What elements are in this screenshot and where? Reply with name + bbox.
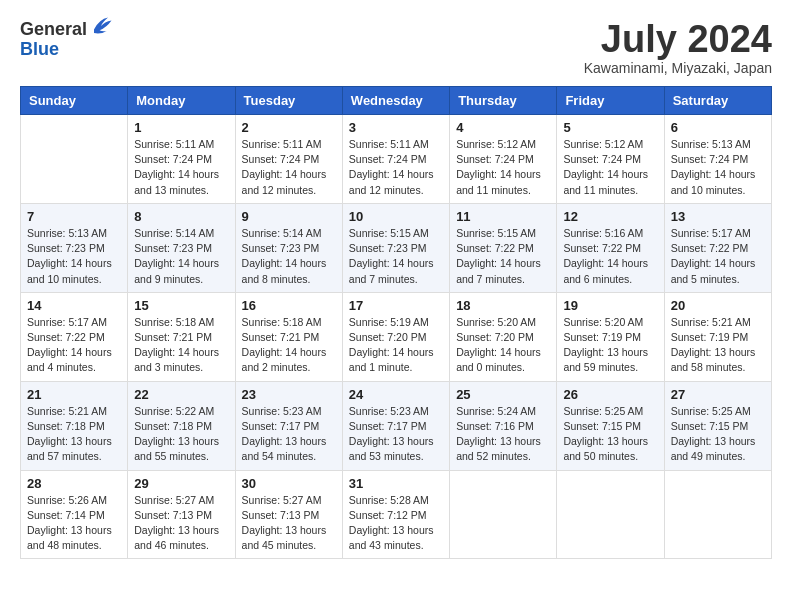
day-info: Sunrise: 5:20 AMSunset: 7:20 PMDaylight:… <box>456 315 550 376</box>
day-info: Sunrise: 5:20 AMSunset: 7:19 PMDaylight:… <box>563 315 657 376</box>
day-number: 21 <box>27 387 121 402</box>
logo: General Blue <box>20 20 87 60</box>
day-info: Sunrise: 5:23 AMSunset: 7:17 PMDaylight:… <box>349 404 443 465</box>
calendar-cell: 4Sunrise: 5:12 AMSunset: 7:24 PMDaylight… <box>450 115 557 204</box>
day-info: Sunrise: 5:27 AMSunset: 7:13 PMDaylight:… <box>242 493 336 554</box>
calendar-table: SundayMondayTuesdayWednesdayThursdayFrid… <box>20 86 772 559</box>
day-number: 18 <box>456 298 550 313</box>
logo-bird-icon <box>87 12 115 40</box>
day-info: Sunrise: 5:17 AMSunset: 7:22 PMDaylight:… <box>27 315 121 376</box>
day-number: 10 <box>349 209 443 224</box>
calendar-cell: 2Sunrise: 5:11 AMSunset: 7:24 PMDaylight… <box>235 115 342 204</box>
day-info: Sunrise: 5:27 AMSunset: 7:13 PMDaylight:… <box>134 493 228 554</box>
calendar-cell: 10Sunrise: 5:15 AMSunset: 7:23 PMDayligh… <box>342 203 449 292</box>
calendar-week-row: 14Sunrise: 5:17 AMSunset: 7:22 PMDayligh… <box>21 292 772 381</box>
calendar-week-row: 1Sunrise: 5:11 AMSunset: 7:24 PMDaylight… <box>21 115 772 204</box>
calendar-cell: 1Sunrise: 5:11 AMSunset: 7:24 PMDaylight… <box>128 115 235 204</box>
calendar-cell <box>450 470 557 559</box>
day-info: Sunrise: 5:13 AMSunset: 7:24 PMDaylight:… <box>671 137 765 198</box>
calendar-cell: 21Sunrise: 5:21 AMSunset: 7:18 PMDayligh… <box>21 381 128 470</box>
day-number: 28 <box>27 476 121 491</box>
calendar-cell: 23Sunrise: 5:23 AMSunset: 7:17 PMDayligh… <box>235 381 342 470</box>
day-number: 9 <box>242 209 336 224</box>
calendar-week-row: 21Sunrise: 5:21 AMSunset: 7:18 PMDayligh… <box>21 381 772 470</box>
calendar-cell: 28Sunrise: 5:26 AMSunset: 7:14 PMDayligh… <box>21 470 128 559</box>
day-info: Sunrise: 5:16 AMSunset: 7:22 PMDaylight:… <box>563 226 657 287</box>
calendar-cell: 20Sunrise: 5:21 AMSunset: 7:19 PMDayligh… <box>664 292 771 381</box>
day-info: Sunrise: 5:14 AMSunset: 7:23 PMDaylight:… <box>242 226 336 287</box>
day-number: 4 <box>456 120 550 135</box>
day-number: 24 <box>349 387 443 402</box>
title-block: July 2024 Kawaminami, Miyazaki, Japan <box>584 20 772 76</box>
day-number: 20 <box>671 298 765 313</box>
day-number: 1 <box>134 120 228 135</box>
day-number: 8 <box>134 209 228 224</box>
day-info: Sunrise: 5:12 AMSunset: 7:24 PMDaylight:… <box>456 137 550 198</box>
calendar-cell: 7Sunrise: 5:13 AMSunset: 7:23 PMDaylight… <box>21 203 128 292</box>
day-info: Sunrise: 5:15 AMSunset: 7:23 PMDaylight:… <box>349 226 443 287</box>
calendar-cell: 17Sunrise: 5:19 AMSunset: 7:20 PMDayligh… <box>342 292 449 381</box>
calendar-cell: 30Sunrise: 5:27 AMSunset: 7:13 PMDayligh… <box>235 470 342 559</box>
day-number: 14 <box>27 298 121 313</box>
calendar-week-row: 28Sunrise: 5:26 AMSunset: 7:14 PMDayligh… <box>21 470 772 559</box>
day-info: Sunrise: 5:26 AMSunset: 7:14 PMDaylight:… <box>27 493 121 554</box>
day-info: Sunrise: 5:21 AMSunset: 7:19 PMDaylight:… <box>671 315 765 376</box>
day-info: Sunrise: 5:13 AMSunset: 7:23 PMDaylight:… <box>27 226 121 287</box>
calendar-cell: 27Sunrise: 5:25 AMSunset: 7:15 PMDayligh… <box>664 381 771 470</box>
day-info: Sunrise: 5:18 AMSunset: 7:21 PMDaylight:… <box>242 315 336 376</box>
day-of-week-header: Thursday <box>450 87 557 115</box>
day-info: Sunrise: 5:18 AMSunset: 7:21 PMDaylight:… <box>134 315 228 376</box>
day-info: Sunrise: 5:25 AMSunset: 7:15 PMDaylight:… <box>671 404 765 465</box>
calendar-cell: 24Sunrise: 5:23 AMSunset: 7:17 PMDayligh… <box>342 381 449 470</box>
day-number: 23 <box>242 387 336 402</box>
day-info: Sunrise: 5:22 AMSunset: 7:18 PMDaylight:… <box>134 404 228 465</box>
day-info: Sunrise: 5:11 AMSunset: 7:24 PMDaylight:… <box>349 137 443 198</box>
logo-general: General <box>20 19 87 39</box>
day-number: 6 <box>671 120 765 135</box>
day-info: Sunrise: 5:25 AMSunset: 7:15 PMDaylight:… <box>563 404 657 465</box>
calendar-cell <box>557 470 664 559</box>
day-of-week-header: Sunday <box>21 87 128 115</box>
day-info: Sunrise: 5:28 AMSunset: 7:12 PMDaylight:… <box>349 493 443 554</box>
calendar-cell: 26Sunrise: 5:25 AMSunset: 7:15 PMDayligh… <box>557 381 664 470</box>
day-info: Sunrise: 5:12 AMSunset: 7:24 PMDaylight:… <box>563 137 657 198</box>
calendar-week-row: 7Sunrise: 5:13 AMSunset: 7:23 PMDaylight… <box>21 203 772 292</box>
day-number: 29 <box>134 476 228 491</box>
calendar-cell: 12Sunrise: 5:16 AMSunset: 7:22 PMDayligh… <box>557 203 664 292</box>
day-number: 13 <box>671 209 765 224</box>
day-number: 7 <box>27 209 121 224</box>
day-number: 17 <box>349 298 443 313</box>
day-info: Sunrise: 5:14 AMSunset: 7:23 PMDaylight:… <box>134 226 228 287</box>
day-number: 22 <box>134 387 228 402</box>
calendar-cell: 31Sunrise: 5:28 AMSunset: 7:12 PMDayligh… <box>342 470 449 559</box>
page-header: General Blue July 2024 Kawaminami, Miyaz… <box>20 20 772 76</box>
day-number: 31 <box>349 476 443 491</box>
day-number: 19 <box>563 298 657 313</box>
calendar-cell: 29Sunrise: 5:27 AMSunset: 7:13 PMDayligh… <box>128 470 235 559</box>
logo-blue: Blue <box>20 39 59 59</box>
calendar-cell: 11Sunrise: 5:15 AMSunset: 7:22 PMDayligh… <box>450 203 557 292</box>
day-info: Sunrise: 5:17 AMSunset: 7:22 PMDaylight:… <box>671 226 765 287</box>
calendar-cell: 8Sunrise: 5:14 AMSunset: 7:23 PMDaylight… <box>128 203 235 292</box>
month-title: July 2024 <box>584 20 772 58</box>
calendar-header-row: SundayMondayTuesdayWednesdayThursdayFrid… <box>21 87 772 115</box>
calendar-cell <box>21 115 128 204</box>
calendar-cell: 3Sunrise: 5:11 AMSunset: 7:24 PMDaylight… <box>342 115 449 204</box>
day-info: Sunrise: 5:11 AMSunset: 7:24 PMDaylight:… <box>242 137 336 198</box>
day-info: Sunrise: 5:15 AMSunset: 7:22 PMDaylight:… <box>456 226 550 287</box>
day-info: Sunrise: 5:23 AMSunset: 7:17 PMDaylight:… <box>242 404 336 465</box>
day-number: 2 <box>242 120 336 135</box>
day-info: Sunrise: 5:24 AMSunset: 7:16 PMDaylight:… <box>456 404 550 465</box>
calendar-cell: 9Sunrise: 5:14 AMSunset: 7:23 PMDaylight… <box>235 203 342 292</box>
day-number: 27 <box>671 387 765 402</box>
calendar-cell: 13Sunrise: 5:17 AMSunset: 7:22 PMDayligh… <box>664 203 771 292</box>
calendar-cell: 15Sunrise: 5:18 AMSunset: 7:21 PMDayligh… <box>128 292 235 381</box>
calendar-cell: 18Sunrise: 5:20 AMSunset: 7:20 PMDayligh… <box>450 292 557 381</box>
day-number: 5 <box>563 120 657 135</box>
day-of-week-header: Tuesday <box>235 87 342 115</box>
calendar-cell: 14Sunrise: 5:17 AMSunset: 7:22 PMDayligh… <box>21 292 128 381</box>
day-of-week-header: Friday <box>557 87 664 115</box>
calendar-cell: 19Sunrise: 5:20 AMSunset: 7:19 PMDayligh… <box>557 292 664 381</box>
calendar-cell: 6Sunrise: 5:13 AMSunset: 7:24 PMDaylight… <box>664 115 771 204</box>
day-info: Sunrise: 5:21 AMSunset: 7:18 PMDaylight:… <box>27 404 121 465</box>
